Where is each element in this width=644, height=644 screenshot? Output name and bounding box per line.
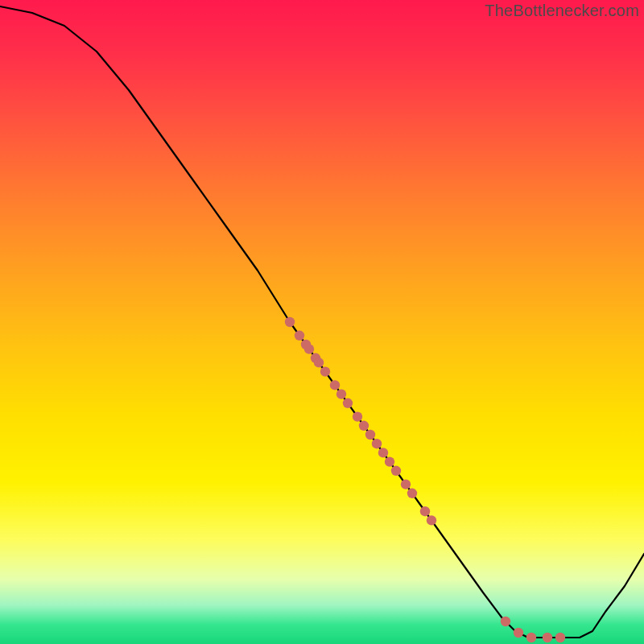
data-point bbox=[526, 633, 536, 642]
data-point bbox=[420, 506, 430, 516]
data-points-layer bbox=[285, 317, 565, 642]
data-point bbox=[501, 617, 510, 626]
data-point bbox=[407, 489, 417, 498]
data-point bbox=[555, 633, 565, 642]
data-point bbox=[320, 366, 330, 376]
data-point bbox=[336, 389, 346, 398]
chart-canvas: TheBottlenecker.com bbox=[0, 0, 644, 644]
data-point bbox=[401, 479, 411, 489]
data-point bbox=[427, 515, 436, 525]
data-point bbox=[285, 317, 295, 327]
data-point bbox=[295, 331, 304, 341]
data-point bbox=[353, 411, 362, 421]
data-point bbox=[330, 380, 340, 390]
chart-svg bbox=[0, 0, 644, 644]
bottleneck-curve bbox=[0, 6, 644, 638]
data-point bbox=[543, 633, 552, 642]
data-point bbox=[391, 466, 401, 476]
data-point bbox=[359, 421, 369, 431]
data-point bbox=[365, 430, 375, 440]
data-point bbox=[372, 439, 382, 448]
data-point bbox=[385, 456, 394, 466]
data-point bbox=[314, 357, 324, 367]
data-point bbox=[304, 344, 314, 353]
data-point bbox=[378, 448, 388, 457]
data-point bbox=[514, 628, 523, 638]
data-point bbox=[343, 398, 353, 408]
